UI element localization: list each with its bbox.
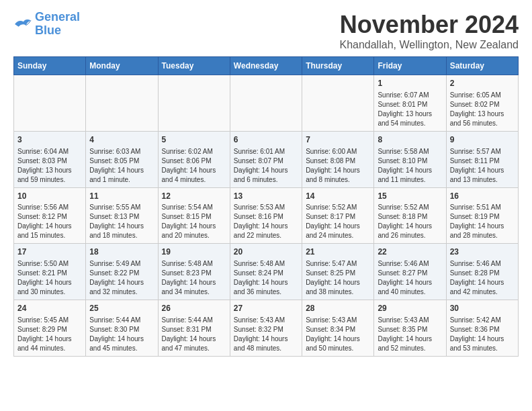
day-number: 4 [89,134,154,146]
day-number: 3 [17,134,82,146]
weekday-header-row: SundayMondayTuesdayWednesdayThursdayFrid… [14,57,519,75]
day-info: Sunrise: 5:43 AM Sunset: 8:35 PM Dayligh… [378,316,442,353]
logo-text: General Blue [35,11,80,38]
day-info: Sunrise: 5:57 AM Sunset: 8:11 PM Dayligh… [450,147,515,185]
day-number: 18 [89,246,154,258]
day-number: 19 [162,246,226,258]
page-header: General Blue November 2024 Khandallah, W… [13,11,519,51]
calendar-week-row: 10Sunrise: 5:56 AM Sunset: 8:12 PM Dayli… [14,187,519,244]
day-info: Sunrise: 5:43 AM Sunset: 8:34 PM Dayligh… [306,316,370,353]
day-number: 15 [378,191,442,202]
logo: General Blue [13,11,80,38]
calendar-cell: 19Sunrise: 5:48 AM Sunset: 8:23 PM Dayli… [158,244,230,300]
calendar-cell [86,75,158,132]
month-title: November 2024 [339,11,519,39]
calendar-cell [158,75,230,132]
day-number: 30 [450,303,515,314]
day-info: Sunrise: 5:46 AM Sunset: 8:28 PM Dayligh… [450,259,515,297]
day-info: Sunrise: 5:45 AM Sunset: 8:29 PM Dayligh… [17,316,82,353]
day-number: 25 [89,303,154,314]
day-info: Sunrise: 5:42 AM Sunset: 8:36 PM Dayligh… [450,316,515,353]
weekday-header-saturday: Saturday [446,57,518,75]
calendar-cell: 15Sunrise: 5:52 AM Sunset: 8:18 PM Dayli… [374,187,446,244]
weekday-header-sunday: Sunday [14,57,86,75]
title-block: November 2024 Khandallah, Wellington, Ne… [339,11,519,51]
calendar-cell: 11Sunrise: 5:55 AM Sunset: 8:13 PM Dayli… [86,187,158,244]
logo-line2: Blue [35,24,61,37]
calendar-cell: 4Sunrise: 6:03 AM Sunset: 8:05 PM Daylig… [86,131,158,187]
day-number: 10 [17,191,82,202]
day-number: 9 [450,134,515,146]
day-info: Sunrise: 5:48 AM Sunset: 8:23 PM Dayligh… [162,259,226,297]
logo-line1: General [35,10,80,24]
calendar-cell: 12Sunrise: 5:54 AM Sunset: 8:15 PM Dayli… [158,187,230,244]
calendar-cell: 20Sunrise: 5:48 AM Sunset: 8:24 PM Dayli… [230,244,302,300]
calendar-cell: 3Sunrise: 6:04 AM Sunset: 8:03 PM Daylig… [14,131,86,187]
weekday-header-friday: Friday [374,57,446,75]
day-number: 26 [162,303,226,314]
calendar-cell: 27Sunrise: 5:43 AM Sunset: 8:32 PM Dayli… [230,300,302,357]
calendar-cell: 21Sunrise: 5:47 AM Sunset: 8:25 PM Dayli… [302,244,374,300]
day-number: 23 [450,246,515,258]
calendar-cell: 23Sunrise: 5:46 AM Sunset: 8:28 PM Dayli… [446,244,518,300]
logo-bird-icon [13,17,32,32]
calendar-cell: 5Sunrise: 6:02 AM Sunset: 8:06 PM Daylig… [158,131,230,187]
day-number: 11 [89,191,154,202]
calendar-week-row: 24Sunrise: 5:45 AM Sunset: 8:29 PM Dayli… [14,300,519,357]
weekday-header-tuesday: Tuesday [158,57,230,75]
calendar-cell: 24Sunrise: 5:45 AM Sunset: 8:29 PM Dayli… [14,300,86,357]
calendar-cell: 17Sunrise: 5:50 AM Sunset: 8:21 PM Dayli… [14,244,86,300]
day-info: Sunrise: 5:48 AM Sunset: 8:24 PM Dayligh… [234,259,298,297]
day-info: Sunrise: 5:49 AM Sunset: 8:22 PM Dayligh… [89,259,154,297]
day-info: Sunrise: 5:47 AM Sunset: 8:25 PM Dayligh… [306,259,370,297]
calendar-cell: 9Sunrise: 5:57 AM Sunset: 8:11 PM Daylig… [446,131,518,187]
calendar-cell [302,75,374,132]
day-number: 24 [17,303,82,314]
day-number: 12 [162,191,226,202]
day-info: Sunrise: 6:00 AM Sunset: 8:08 PM Dayligh… [306,147,370,185]
day-number: 6 [234,134,298,146]
calendar-cell: 13Sunrise: 5:53 AM Sunset: 8:16 PM Dayli… [230,187,302,244]
calendar-cell: 28Sunrise: 5:43 AM Sunset: 8:34 PM Dayli… [302,300,374,357]
day-info: Sunrise: 5:55 AM Sunset: 8:13 PM Dayligh… [89,203,154,240]
day-number: 29 [378,303,442,314]
day-info: Sunrise: 6:04 AM Sunset: 8:03 PM Dayligh… [17,147,82,185]
day-info: Sunrise: 5:50 AM Sunset: 8:21 PM Dayligh… [17,259,82,297]
day-number: 22 [378,246,442,258]
calendar-cell: 26Sunrise: 5:44 AM Sunset: 8:31 PM Dayli… [158,300,230,357]
day-info: Sunrise: 5:46 AM Sunset: 8:27 PM Dayligh… [378,259,442,297]
weekday-header-thursday: Thursday [302,57,374,75]
day-number: 17 [17,246,82,258]
day-number: 21 [306,246,370,258]
day-info: Sunrise: 5:44 AM Sunset: 8:30 PM Dayligh… [89,316,154,353]
day-info: Sunrise: 5:44 AM Sunset: 8:31 PM Dayligh… [162,316,226,353]
day-info: Sunrise: 5:43 AM Sunset: 8:32 PM Dayligh… [234,316,298,353]
weekday-header-monday: Monday [86,57,158,75]
day-number: 1 [378,78,442,89]
calendar-cell: 25Sunrise: 5:44 AM Sunset: 8:30 PM Dayli… [86,300,158,357]
day-number: 5 [162,134,226,146]
day-info: Sunrise: 5:56 AM Sunset: 8:12 PM Dayligh… [17,203,82,240]
day-info: Sunrise: 5:53 AM Sunset: 8:16 PM Dayligh… [234,203,298,240]
day-number: 13 [234,191,298,202]
calendar-cell: 30Sunrise: 5:42 AM Sunset: 8:36 PM Dayli… [446,300,518,357]
day-number: 14 [306,191,370,202]
day-number: 2 [450,78,515,89]
calendar-week-row: 17Sunrise: 5:50 AM Sunset: 8:21 PM Dayli… [14,244,519,300]
day-info: Sunrise: 5:58 AM Sunset: 8:10 PM Dayligh… [378,147,442,185]
day-number: 28 [306,303,370,314]
calendar-cell [230,75,302,132]
calendar-cell: 6Sunrise: 6:01 AM Sunset: 8:07 PM Daylig… [230,131,302,187]
calendar-cell: 18Sunrise: 5:49 AM Sunset: 8:22 PM Dayli… [86,244,158,300]
calendar-cell: 1Sunrise: 6:07 AM Sunset: 8:01 PM Daylig… [374,75,446,132]
day-info: Sunrise: 5:51 AM Sunset: 8:19 PM Dayligh… [450,203,515,240]
location: Khandallah, Wellington, New Zealand [339,39,519,51]
day-number: 27 [234,303,298,314]
calendar-cell [14,75,86,132]
calendar-cell: 14Sunrise: 5:52 AM Sunset: 8:17 PM Dayli… [302,187,374,244]
calendar-cell: 7Sunrise: 6:00 AM Sunset: 8:08 PM Daylig… [302,131,374,187]
calendar-cell: 8Sunrise: 5:58 AM Sunset: 8:10 PM Daylig… [374,131,446,187]
calendar-cell: 22Sunrise: 5:46 AM Sunset: 8:27 PM Dayli… [374,244,446,300]
day-number: 20 [234,246,298,258]
calendar-cell: 29Sunrise: 5:43 AM Sunset: 8:35 PM Dayli… [374,300,446,357]
